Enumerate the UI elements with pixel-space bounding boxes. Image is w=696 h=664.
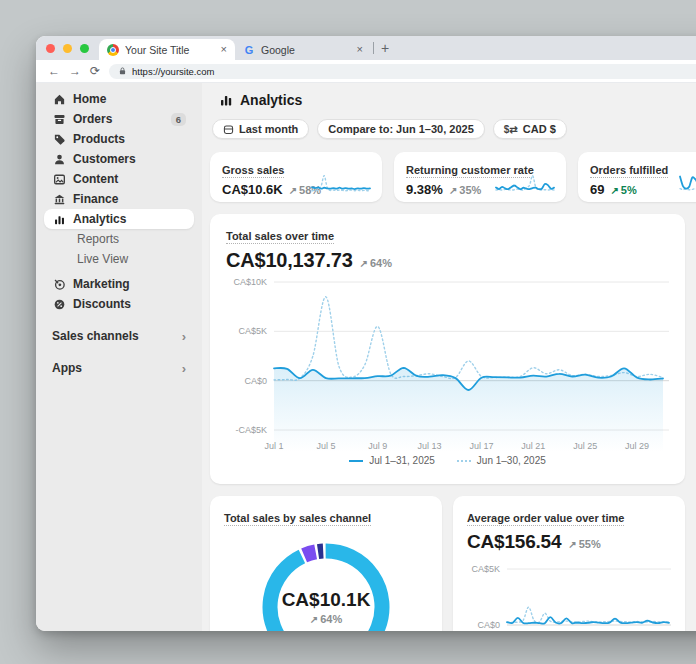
sidebar-item-analytics[interactable]: Analytics (44, 209, 194, 229)
arrow-up-right-icon: ↗ (310, 614, 318, 625)
orders-icon (52, 112, 66, 126)
sidebar-section-apps[interactable]: Apps › (44, 358, 194, 378)
sidebar-item-discounts[interactable]: Discounts (44, 294, 194, 314)
sales-by-channel-title[interactable]: Total sales by sales channel (224, 512, 371, 526)
sidebar-section-sales-channels[interactable]: Sales channels › (44, 326, 194, 346)
orders-count-badge: 6 (171, 113, 186, 126)
admin-sidebar: Home Orders 6 Products Customers Content (36, 83, 202, 631)
sidebar-item-live-view[interactable]: Live View (44, 249, 194, 269)
sidebar-item-finance[interactable]: Finance (44, 189, 194, 209)
svg-text:-CA$5K: -CA$5K (235, 425, 267, 435)
products-icon (52, 132, 66, 146)
sidebar-item-home[interactable]: Home (44, 89, 194, 109)
content-icon (52, 172, 66, 186)
browser-toolbar: ← → ⟳ https://yoursite.com (36, 60, 696, 83)
sidebar-item-reports[interactable]: Reports (44, 229, 194, 249)
tab-google[interactable]: G Google × (235, 39, 371, 60)
delta-badge: ↗ 55% (568, 538, 600, 550)
secondary-charts-row: Total sales by sales channel CA$10.1K ↗ … (210, 496, 685, 631)
compare-to-picker[interactable]: Compare to: Jun 1–30, 2025 (317, 119, 485, 139)
svg-text:CA$0: CA$0 (244, 376, 267, 386)
sidebar-item-content[interactable]: Content (44, 169, 194, 189)
analytics-icon (219, 93, 233, 107)
gross-sales-sparkline (310, 171, 372, 195)
average-order-value: CA$156.54 (467, 531, 561, 553)
finance-icon (52, 192, 66, 206)
donut-center-label: CA$10.1K ↗ 64% (251, 532, 401, 631)
metric-card-returning-customer-rate[interactable]: Returning customer rate 9.38% ↗ 35% (394, 152, 566, 202)
discounts-icon (52, 297, 66, 311)
forward-icon[interactable]: → (69, 65, 81, 77)
legend-previous-period: Jun 1–30, 2025 (457, 455, 546, 466)
chevron-right-icon: › (182, 361, 186, 376)
site-favicon-icon (107, 44, 119, 56)
arrow-up-right-icon: ↗ (289, 185, 297, 196)
minimize-window-button[interactable] (63, 44, 72, 53)
svg-text:CA$10K: CA$10K (233, 277, 267, 287)
sales-by-channel-card: Total sales by sales channel CA$10.1K ↗ … (210, 496, 442, 631)
chevron-right-icon: › (182, 329, 186, 344)
total-sales-title[interactable]: Total sales over time (226, 230, 334, 244)
sidebar-item-marketing[interactable]: Marketing (44, 274, 194, 294)
tab-title: Your Site Title (125, 44, 215, 56)
browser-tab-strip: Your Site Title × G Google × + (36, 36, 696, 60)
total-sales-value: CA$10,137.73 (226, 249, 353, 272)
analytics-icon (52, 212, 66, 226)
calendar-icon (223, 124, 234, 135)
delta-badge: ↗ 64% (360, 257, 392, 269)
date-range-picker[interactable]: Last month (212, 119, 309, 139)
close-tab-icon[interactable]: × (221, 44, 227, 55)
svg-text:CA$5K: CA$5K (471, 564, 500, 574)
delta-badge: ↗ 35% (449, 184, 481, 196)
svg-text:CA$5K: CA$5K (238, 326, 267, 336)
currency-convert-icon: $⇄ (504, 124, 518, 135)
total-sales-chart: CA$10KCA$5KCA$0-CA$5KJul 1Jul 5Jul 9Jul … (226, 274, 669, 452)
legend-current-period: Jul 1–31, 2025 (349, 455, 435, 466)
arrow-up-right-icon: ↗ (360, 258, 368, 269)
address-bar[interactable]: https://yoursite.com (109, 64, 696, 79)
analytics-page: Analytics Last month Compare to: Jun 1–3… (202, 83, 696, 631)
arrow-up-right-icon: ↗ (449, 185, 457, 196)
sidebar-item-products[interactable]: Products (44, 129, 194, 149)
marketing-icon (52, 277, 66, 291)
solid-line-swatch (349, 460, 363, 462)
lock-icon (118, 66, 127, 76)
metric-card-orders-fulfilled[interactable]: Orders fulfilled 69 ↗ 5% (578, 152, 696, 202)
back-icon[interactable]: ← (48, 65, 60, 77)
close-window-button[interactable] (46, 44, 55, 53)
page-header: Analytics (219, 92, 696, 108)
arrow-up-right-icon: ↗ (610, 185, 618, 196)
home-icon (52, 92, 66, 106)
currency-picker[interactable]: $⇄ CAD $ (493, 119, 567, 139)
zoom-window-button[interactable] (80, 44, 89, 53)
filter-bar: Last month Compare to: Jun 1–30, 2025 $⇄… (212, 119, 696, 139)
tab-your-site-title[interactable]: Your Site Title × (99, 39, 235, 60)
average-order-value-chart: CA$5KCA$0Jul 1Jul 9Jul 17Jul 25 (467, 557, 671, 631)
customers-icon (52, 152, 66, 166)
browser-window: Your Site Title × G Google × + ← → ⟳ htt… (36, 36, 696, 631)
reload-icon[interactable]: ⟳ (90, 65, 100, 77)
average-order-value-card: Average order value over time CA$156.54 … (453, 496, 685, 631)
tab-divider (373, 42, 374, 54)
arrow-up-right-icon: ↗ (568, 539, 576, 550)
sidebar-item-customers[interactable]: Customers (44, 149, 194, 169)
metrics-strip: Gross sales CA$10.6K ↗ 58% Returning cus… (210, 152, 696, 202)
page-title: Analytics (240, 92, 302, 108)
metric-card-gross-sales[interactable]: Gross sales CA$10.6K ↗ 58% (210, 152, 382, 202)
url-text: https://yoursite.com (132, 66, 214, 77)
sidebar-item-orders[interactable]: Orders 6 (44, 109, 194, 129)
delta-badge: ↗ 5% (610, 184, 636, 196)
svg-text:CA$0: CA$0 (477, 620, 500, 630)
close-tab-icon[interactable]: × (357, 44, 363, 55)
orders-fulfilled-sparkline (678, 171, 696, 195)
chart-legend: Jul 1–31, 2025 Jun 1–30, 2025 (226, 455, 669, 466)
average-order-value-title[interactable]: Average order value over time (467, 512, 624, 526)
tab-title: Google (261, 44, 351, 56)
new-tab-button[interactable]: + (376, 40, 394, 56)
google-favicon-icon: G (243, 44, 255, 56)
returning-rate-sparkline (494, 171, 556, 195)
window-controls (46, 44, 99, 53)
total-sales-card: Total sales over time CA$10,137.73 ↗ 64%… (210, 214, 685, 484)
dotted-line-swatch (457, 460, 471, 462)
